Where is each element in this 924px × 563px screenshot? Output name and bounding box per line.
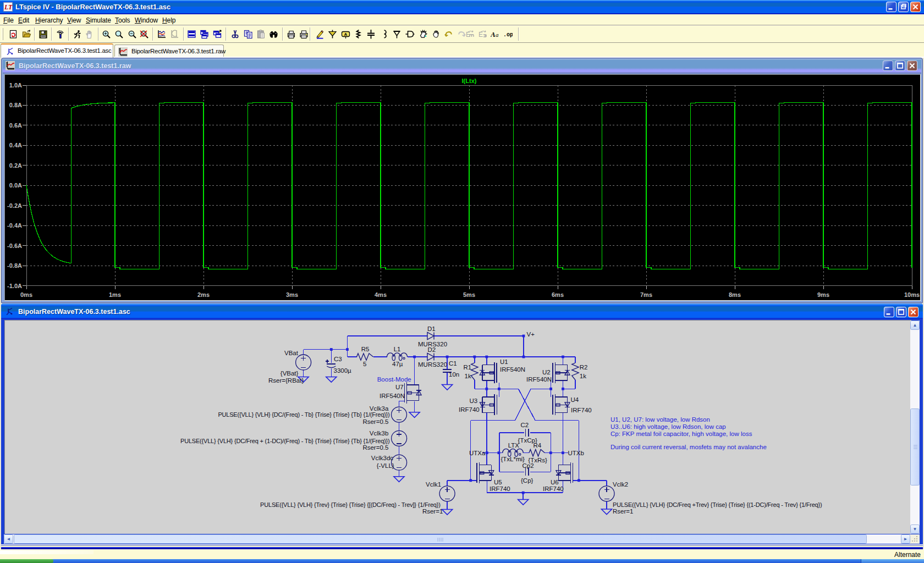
svg-text:47µ: 47µ — [392, 361, 403, 367]
svg-text:Cp: FKP metal foil capacitor,: Cp: FKP metal foil capacitor, high volta… — [610, 430, 752, 437]
svg-text:U4: U4 — [571, 396, 579, 403]
svg-text:IRF540N: IRF540N — [526, 376, 552, 383]
svg-text:UTXa: UTXa — [469, 450, 486, 456]
svg-text:1k: 1k — [465, 373, 471, 379]
svg-text:0.6A: 0.6A — [9, 122, 22, 129]
svg-text:R1: R1 — [464, 364, 472, 371]
svg-text:.op: .op — [503, 32, 513, 38]
svg-text:MURS320: MURS320 — [418, 361, 447, 368]
svg-text:0.4A: 0.4A — [9, 142, 22, 148]
svg-text:1ms: 1ms — [109, 291, 121, 298]
svg-text:Vclk1: Vclk1 — [426, 481, 441, 488]
svg-text:D1: D1 — [427, 325, 436, 332]
svg-text:{VBat}: {VBat} — [280, 370, 299, 377]
svg-text:U6: U6 — [551, 479, 559, 485]
svg-text:PULSE({VLL} {VLH} {Trev} {Tris: PULSE({VLL} {VLH} {Trev} {Trise} {Trise}… — [260, 501, 441, 508]
svg-text:0ms: 0ms — [20, 291, 32, 298]
svg-text:-1.0A: -1.0A — [7, 283, 22, 289]
svg-text:5ms: 5ms — [463, 291, 475, 298]
svg-text:Rser={RBat}: Rser={RBat} — [268, 377, 304, 384]
svg-text:IRF740: IRF740 — [490, 485, 510, 492]
svg-text:5: 5 — [363, 361, 366, 367]
svg-text:3ms: 3ms — [286, 291, 298, 298]
svg-text:10n: 10n — [449, 371, 459, 378]
svg-text:U1, U2, U7: low voltage, low R: U1, U2, U7: low voltage, low Rdson — [610, 416, 710, 423]
svg-text:V+: V+ — [527, 331, 535, 338]
svg-text:I(Ltx): I(Ltx) — [462, 78, 477, 84]
svg-text:L1: L1 — [394, 346, 401, 352]
svg-text:{TxL*mi}: {TxL*mi} — [501, 456, 525, 462]
svg-text:-0.4A: -0.4A — [7, 222, 22, 229]
svg-text:C1: C1 — [449, 360, 457, 367]
svg-text:IRF540N: IRF540N — [380, 393, 405, 399]
svg-text:UTXb: UTXb — [568, 450, 584, 456]
svg-text:3300µ: 3300µ — [334, 367, 352, 374]
svg-text:10ms: 10ms — [904, 291, 920, 298]
svg-text:a: a — [496, 31, 499, 38]
svg-text:0.2A: 0.2A — [9, 162, 22, 169]
svg-text:C3: C3 — [334, 356, 342, 362]
svg-text:-0.8A: -0.8A — [7, 262, 22, 269]
svg-text:4ms: 4ms — [375, 291, 387, 298]
svg-text:Rser=1: Rser=1 — [422, 508, 443, 515]
svg-text:IRF740: IRF740 — [459, 406, 480, 413]
svg-text:6ms: 6ms — [552, 291, 564, 298]
svg-text:A: A — [344, 32, 347, 37]
svg-text:PULSE({VLL} {VLH} {DC/Freq + (: PULSE({VLL} {VLH} {DC/Freq + (1-DC)/(Fre… — [180, 438, 389, 444]
svg-text:1k: 1k — [580, 373, 586, 379]
svg-text:During coil current reversal,: During coil current reversal, mosfets ma… — [610, 444, 767, 450]
svg-text:{-VLL}: {-VLL} — [377, 462, 394, 469]
svg-text:1.0A: 1.0A — [9, 82, 22, 89]
svg-text:IRF740: IRF740 — [571, 407, 592, 413]
svg-text:0.8A: 0.8A — [9, 102, 22, 108]
svg-text:VBat: VBat — [284, 350, 299, 356]
svg-text:A: A — [491, 30, 496, 38]
svg-text:-0.6A: -0.6A — [7, 242, 22, 249]
svg-text:{TxRs}: {TxRs} — [528, 457, 547, 463]
svg-text:7ms: 7ms — [640, 291, 652, 298]
svg-text:R5: R5 — [361, 346, 370, 352]
svg-text:U5: U5 — [494, 479, 502, 485]
svg-text:IRF740: IRF740 — [543, 485, 564, 492]
svg-text:U2: U2 — [542, 369, 551, 376]
svg-text:-0.2A: -0.2A — [7, 202, 22, 209]
svg-text:PULSE({VLL} {VLH} {DC/Freq +Tr: PULSE({VLL} {VLH} {DC/Freq +Trev} {Trise… — [613, 501, 822, 508]
svg-text:Boost-Mode: Boost-Mode — [377, 376, 411, 383]
svg-text:Rser=0.5: Rser=0.5 — [362, 444, 388, 451]
svg-text:U3..U6: high voltage, low Rdso: U3..U6: high voltage, low Rdson, low cap — [610, 423, 726, 430]
svg-text:D2: D2 — [428, 346, 436, 353]
svg-text:C2: C2 — [521, 422, 529, 428]
svg-text:U7: U7 — [395, 384, 404, 390]
svg-text:Rser=0.5: Rser=0.5 — [362, 418, 388, 425]
svg-text:U1: U1 — [500, 358, 508, 365]
svg-text:Rser=1: Rser=1 — [613, 508, 633, 515]
svg-text:9ms: 9ms — [817, 291, 829, 298]
svg-text:2ms: 2ms — [197, 291, 210, 298]
svg-text:R2: R2 — [580, 364, 588, 371]
svg-text:PULSE({VLL} {VLH} {DC/(Freq) -: PULSE({VLL} {VLH} {DC/(Freq) - Tb} {Tris… — [218, 411, 389, 418]
svg-text:Vclk2: Vclk2 — [613, 481, 628, 488]
svg-text:8ms: 8ms — [729, 291, 741, 298]
svg-text:{TxCp}: {TxCp} — [518, 437, 537, 444]
svg-text:Vclk3b: Vclk3b — [370, 430, 389, 437]
svg-text:Vclk3dc: Vclk3dc — [371, 455, 394, 461]
svg-text:IRF540N: IRF540N — [500, 366, 525, 373]
svg-text:0.0A: 0.0A — [9, 182, 22, 189]
svg-text:{Cp}: {Cp} — [521, 477, 534, 484]
svg-text:Vclk3a: Vclk3a — [370, 405, 389, 412]
svg-text:U3: U3 — [470, 398, 478, 404]
